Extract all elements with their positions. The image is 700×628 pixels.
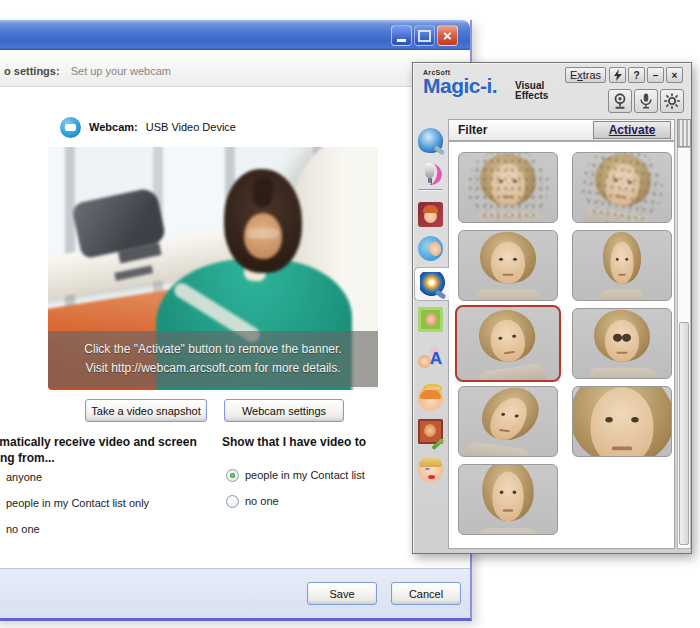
product-wordmark: Magic-i. (423, 76, 573, 96)
webcam-source-button[interactable] (608, 89, 632, 113)
gear-icon (663, 92, 681, 110)
filter-thumbnail-dissolve[interactable] (458, 152, 558, 223)
dialog-body: o settings: Set up your webcam Webcam: U… (0, 50, 470, 618)
filter-header: Filter Activate (448, 119, 675, 141)
effect-preview-face (582, 152, 661, 223)
radio-option-no-one[interactable]: no one (0, 522, 149, 536)
sidebar-tool-photo-frame[interactable] (415, 304, 446, 334)
radio-icon[interactable] (226, 495, 239, 508)
webcam-icon (60, 117, 81, 138)
radio-label: people in my Contact list only (6, 497, 149, 509)
filter-thumbnail-big-eyes[interactable] (572, 308, 672, 379)
section-title: o settings: (4, 65, 60, 77)
section-subtitle: Set up your webcam (71, 65, 171, 77)
dialog-titlebar[interactable] (0, 20, 470, 50)
webcam-zoom-icon (418, 128, 443, 153)
microphone-button[interactable] (634, 89, 658, 113)
hand-pointer-icon (418, 236, 443, 261)
webcam-label: Webcam: (89, 121, 138, 133)
receive-heading-line2: ring from... (0, 451, 55, 465)
microphone-icon (418, 162, 443, 187)
sidebar-tool-makeup-face[interactable] (415, 454, 446, 484)
panel-resize-grip[interactable] (677, 119, 691, 147)
effect-preview-face (587, 309, 657, 375)
effect-preview-face (598, 231, 646, 297)
help-button[interactable]: ? (628, 67, 645, 83)
radio-label: anyone (6, 471, 42, 483)
sidebar-tool-face-frame[interactable] (415, 199, 446, 229)
sidebar-tool-avatar-letter[interactable] (415, 341, 446, 371)
microphone-tool-icon (637, 92, 655, 110)
filter-thumbnail-zoom-face[interactable] (572, 386, 672, 457)
show-radio-group: people in my Contact listno one (226, 468, 365, 520)
trial-banner-line2: Visit http://webcam.arcsoft.com for more… (48, 359, 378, 378)
filter-scrollbar-thumb[interactable] (679, 322, 689, 545)
radio-label: no one (245, 495, 279, 507)
sidebar-tool-webcam-zoom[interactable] (415, 125, 446, 155)
save-button[interactable]: Save (307, 582, 377, 605)
filter-thumbnail-twirl[interactable] (458, 386, 558, 457)
close-button[interactable] (437, 25, 458, 46)
webcam-tool-icon (611, 92, 629, 110)
tagline-line2: Effects (515, 91, 548, 101)
panel-close-button[interactable]: × (666, 67, 683, 83)
video-settings-dialog: o settings: Set up your webcam Webcam: U… (0, 20, 472, 621)
radio-option-anyone[interactable]: anyone (0, 470, 149, 484)
filter-thumbnail-normal[interactable] (458, 230, 558, 301)
sidebar-divider (418, 189, 442, 191)
portrait-paint-icon (418, 419, 443, 444)
angel-face-icon (418, 386, 443, 411)
makeup-face-icon (418, 457, 443, 482)
show-video-heading: Show that I have video to (222, 435, 366, 449)
magic-i-panel: ArcSoft Magic-i. Visual Effects Extras ?… (412, 62, 692, 554)
effect-preview-face (476, 464, 540, 535)
filter-thumbnail-tilt-selected[interactable] (455, 305, 561, 382)
sidebar-tool-portrait-paint[interactable] (415, 416, 446, 446)
filter-thumbnail-list (448, 141, 675, 549)
panel-minimize-button[interactable]: – (647, 67, 664, 83)
radio-option-people-in-my-contact-list-only[interactable]: people in my Contact list only (0, 496, 149, 510)
effect-preview-face (473, 153, 543, 219)
lightning-icon (613, 69, 623, 81)
trial-banner-line1: Click the "Activate" button to remove th… (48, 340, 378, 359)
radio-selected-icon[interactable] (226, 469, 239, 482)
magic-i-logo: ArcSoft Magic-i. Visual Effects (423, 69, 573, 96)
settings-gear-button[interactable] (660, 89, 684, 113)
radio-option-no-one[interactable]: no one (226, 494, 365, 508)
activate-link[interactable]: Activate (593, 121, 671, 139)
face-frame-icon (418, 202, 443, 227)
always-on-top-button[interactable] (609, 67, 626, 83)
sidebar-tool-angel-face[interactable] (415, 383, 446, 413)
webcam-device-name: USB Video Device (146, 121, 236, 133)
webcam-preview: Click the "Activate" button to remove th… (48, 147, 378, 390)
sidebar-tool-hand-pointer[interactable] (415, 233, 446, 263)
filter-title: Filter (458, 123, 487, 137)
effect-preview-face (463, 386, 554, 457)
webcam-device-row: Webcam: USB Video Device (60, 116, 236, 138)
magnifier-eye-icon (420, 272, 445, 297)
take-snapshot-button[interactable]: Take a video snapshot (85, 399, 207, 422)
settings-section-header: o settings: Set up your webcam (0, 56, 470, 87)
sidebar-tool-magnifier-eye-selected[interactable] (414, 267, 449, 301)
filter-thumbnail-dissolve-swirl[interactable] (572, 152, 672, 223)
extras-button[interactable]: Extras (565, 67, 606, 83)
avatar-letter-icon (418, 344, 443, 369)
filter-thumbnail-long-face[interactable] (458, 464, 558, 535)
trial-banner: Click the "Activate" button to remove th… (48, 331, 378, 387)
radio-label: no one (6, 523, 40, 535)
cancel-button[interactable]: Cancel (391, 582, 461, 605)
minimize-button[interactable] (391, 25, 412, 46)
radio-label: people in my Contact list (245, 469, 365, 481)
effect-preview-face (473, 231, 543, 297)
receive-radio-group: anyonepeople in my Contact list onlyno o… (0, 470, 149, 548)
effect-preview-face (469, 305, 548, 380)
filter-thumbnail-pinch[interactable] (572, 230, 672, 301)
receive-heading-line1: omatically receive video and screen (0, 435, 197, 449)
photo-frame-icon (418, 307, 443, 332)
sidebar-tool-microphone[interactable] (415, 159, 446, 189)
filter-scrollbar[interactable] (677, 147, 691, 549)
webcam-settings-button[interactable]: Webcam settings (224, 399, 344, 422)
maximize-button[interactable] (414, 25, 435, 46)
effect-preview-face (572, 386, 672, 457)
radio-option-people-in-my-contact-list[interactable]: people in my Contact list (226, 468, 365, 482)
